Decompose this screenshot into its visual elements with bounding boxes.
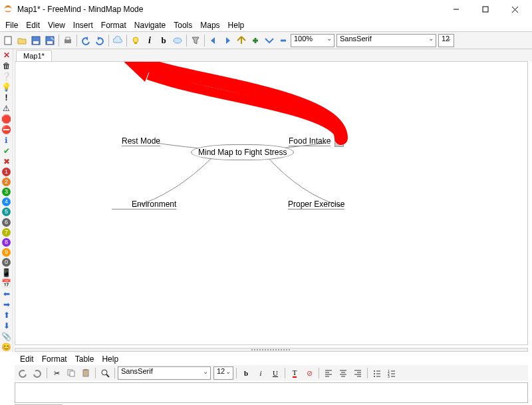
svg-point-41 — [374, 376, 375, 377]
editor-menu-help[interactable]: Help — [98, 353, 122, 365]
prio6-icon[interactable]: 6 — [1, 217, 12, 226]
exclaim-icon[interactable]: ! — [1, 93, 12, 102]
next-icon[interactable] — [221, 34, 234, 47]
redo-icon[interactable] — [93, 34, 106, 47]
fontsize-combo[interactable]: 12 — [438, 34, 454, 47]
down-icon[interactable]: ⬇ — [1, 321, 12, 331]
prio0-icon[interactable]: 0 — [1, 258, 12, 267]
italic-icon[interactable]: i — [143, 34, 156, 47]
editor-textarea[interactable] — [15, 382, 528, 403]
editor-menu-table[interactable]: Table — [71, 353, 98, 365]
separator — [47, 368, 47, 378]
up-icon[interactable]: ⬆ — [1, 311, 12, 320]
clear-format-icon[interactable]: ⊘ — [303, 366, 316, 380]
menu-format[interactable]: Format — [97, 19, 130, 31]
new-node-selector[interactable] — [334, 138, 344, 147]
bulb-icon[interactable]: 💡 — [1, 82, 12, 92]
saveas-icon[interactable]: ✎ — [43, 34, 57, 47]
separator — [59, 35, 59, 47]
editor-undo-icon[interactable] — [16, 366, 29, 380]
idea-icon[interactable] — [129, 34, 142, 47]
note-icon[interactable] — [171, 34, 184, 47]
left-icon[interactable]: ⬅ — [1, 289, 12, 299]
editor-italic-icon[interactable]: i — [254, 366, 267, 380]
bullet-list-icon[interactable] — [370, 366, 384, 380]
open-icon[interactable] — [15, 34, 29, 47]
editor-bold-icon[interactable]: b — [239, 366, 253, 380]
node-proper-exercise[interactable]: Proper Exercise — [288, 200, 344, 209]
prio2-icon[interactable]: 2 — [1, 178, 12, 186]
menu-edit[interactable]: Edit — [22, 19, 44, 31]
menu-view[interactable]: View — [44, 19, 69, 31]
font-combo[interactable]: SansSerif — [336, 34, 436, 47]
print-icon[interactable] — [61, 34, 74, 47]
align-left-icon[interactable] — [322, 366, 335, 380]
number-list-icon[interactable]: 123 — [385, 366, 398, 380]
cut-icon[interactable]: ✂ — [50, 366, 63, 380]
close-button[interactable] — [500, 0, 529, 19]
editor-font-combo[interactable]: SansSerif — [118, 366, 211, 380]
zoomin-icon[interactable] — [249, 34, 262, 47]
minus-icon[interactable] — [277, 34, 290, 47]
editor-fontsize-combo[interactable]: 12 — [213, 366, 233, 380]
editor-redo-icon[interactable] — [31, 366, 44, 380]
trash-icon[interactable]: 🗑 — [1, 61, 12, 70]
prio5-icon[interactable]: 5 — [1, 207, 12, 216]
filter-icon[interactable] — [189, 34, 202, 47]
warning-icon[interactable]: ⚠ — [1, 104, 12, 113]
calendar-icon[interactable]: 📅 — [1, 279, 12, 288]
help-icon[interactable]: ❔ — [1, 72, 12, 81]
menu-tools[interactable]: Tools — [170, 19, 196, 31]
editor-menu-format[interactable]: Format — [38, 353, 71, 365]
prio3-icon[interactable]: 3 — [1, 188, 12, 196]
copy-icon[interactable] — [65, 366, 78, 380]
prio1-icon[interactable]: 1 — [1, 168, 12, 176]
separator — [319, 368, 319, 378]
mindmap-root-node[interactable]: Mind Map to Fight Stress — [191, 144, 294, 160]
info-icon[interactable]: ℹ — [1, 136, 12, 145]
collapse-icon[interactable] — [263, 34, 276, 47]
ok-icon[interactable]: ✔ — [1, 146, 12, 156]
node-environment[interactable]: Environment — [112, 200, 176, 209]
phone-icon[interactable]: 📱 — [1, 268, 12, 277]
node-food-intake[interactable]: Food Intake — [289, 136, 331, 146]
prev-icon[interactable] — [207, 34, 220, 47]
fontcolor-icon[interactable]: T — [288, 366, 301, 380]
smile-icon[interactable]: 😊 — [1, 342, 12, 352]
paste-icon[interactable] — [79, 366, 92, 380]
new-icon[interactable] — [1, 34, 15, 47]
node-rest-mode[interactable]: Rest Mode — [122, 136, 160, 146]
editor-underline-icon[interactable]: U — [269, 366, 282, 380]
prio9-icon[interactable]: 9 — [1, 248, 12, 257]
zoomout-icon[interactable] — [235, 34, 248, 47]
zoom-combo[interactable]: 100% — [291, 34, 334, 47]
attach-icon[interactable]: 📎 — [1, 332, 12, 341]
minimize-button[interactable] — [442, 0, 471, 19]
right-icon[interactable]: ➡ — [1, 300, 12, 309]
save-icon[interactable] — [29, 34, 43, 47]
prio8-icon[interactable]: 8 — [1, 238, 12, 247]
menu-help[interactable]: Help — [224, 19, 249, 31]
menu-navigate[interactable]: Navigate — [130, 19, 170, 31]
tab-map1[interactable]: Map1* — [16, 50, 52, 61]
notok-icon[interactable]: ✖ — [1, 157, 12, 166]
prio7-icon[interactable]: 7 — [1, 228, 12, 237]
stop-icon[interactable]: 🛑 — [1, 114, 12, 124]
separator — [95, 368, 96, 378]
align-right-icon[interactable] — [351, 366, 364, 380]
editor-menu-edit[interactable]: Edit — [16, 353, 38, 365]
mindmap-canvas[interactable]: Mind Map to Fight Stress Rest Mode Food … — [15, 61, 528, 345]
no-icon[interactable]: ⛔ — [1, 125, 12, 134]
remove-icon[interactable]: ✕ — [1, 51, 12, 60]
maximize-button[interactable] — [471, 0, 500, 19]
align-center-icon[interactable] — [336, 366, 350, 380]
find-icon[interactable] — [98, 366, 112, 380]
bold-icon[interactable]: b — [157, 34, 170, 47]
cloud-icon[interactable] — [111, 34, 124, 47]
undo-icon[interactable] — [79, 34, 92, 47]
menu-insert[interactable]: Insert — [69, 19, 97, 31]
menu-file[interactable]: File — [1, 19, 22, 31]
splitter[interactable] — [15, 348, 528, 352]
prio4-icon[interactable]: 4 — [1, 198, 12, 206]
menu-maps[interactable]: Maps — [196, 19, 223, 31]
